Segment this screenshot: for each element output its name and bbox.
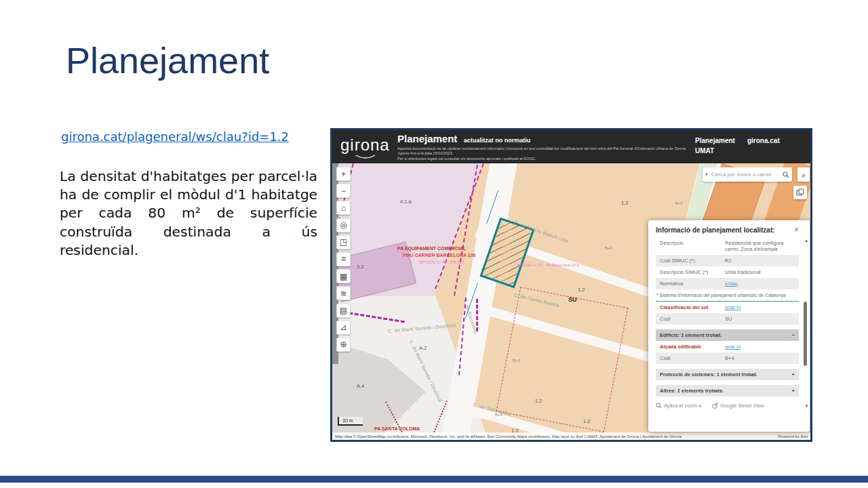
zone-label: 3.2 bbox=[357, 264, 363, 270]
pan-button[interactable]: ⊕ bbox=[336, 338, 351, 352]
print-icon: ▤ bbox=[340, 306, 347, 314]
panel-row-codi-simuc: Codi SIMUC (*) R2 bbox=[656, 255, 799, 266]
row-label: Descripció bbox=[660, 240, 725, 246]
double-chevron-icon: » bbox=[802, 171, 806, 179]
powered-by-esri: Powered by Esri bbox=[778, 434, 808, 439]
app-header: girona Planejament actualitzat no normat… bbox=[332, 130, 810, 163]
map-attribution: Map data © OpenStreetMap contributors, M… bbox=[332, 432, 810, 440]
collapse-icon[interactable]: − bbox=[792, 332, 795, 338]
search-dropdown-caret-icon[interactable]: ▾ bbox=[705, 171, 708, 178]
page-title: Planejament bbox=[66, 39, 269, 81]
panel-row-alcada-codi: Codi B+4 bbox=[656, 352, 799, 364]
nav-girona-cat[interactable]: girona.cat bbox=[747, 136, 780, 146]
nav-planejament[interactable]: Planejament bbox=[695, 136, 735, 146]
nav-umat[interactable]: UMAT bbox=[695, 147, 714, 155]
section-edificis[interactable]: Edificis: 1 element trobat. − bbox=[656, 329, 799, 341]
pmu-label: PMU CARRER BARCELONA 106 bbox=[403, 253, 475, 258]
expand-icon[interactable]: + bbox=[792, 371, 795, 378]
zone-label: 1.2 bbox=[535, 398, 542, 404]
normativa-link[interactable]: enllaç bbox=[725, 281, 795, 287]
basemap-gallery-button[interactable]: ▦ bbox=[336, 269, 351, 283]
mpgou-label: MPGOU n. 46 - PA 101 bbox=[419, 260, 465, 264]
header-disclaimer-line1: Aquesta documentació és de caràcter excl… bbox=[397, 146, 689, 157]
mpgou-label: MPGOU n. 17 - PA Desembre 103 bbox=[517, 263, 578, 267]
source-url-link[interactable]: girona.cat/plageneral/ws/clau?id=1.2 bbox=[61, 129, 289, 144]
measure-button[interactable]: ⊿ bbox=[336, 321, 351, 335]
fullscreen-button[interactable]: ◳ bbox=[336, 235, 351, 249]
planejament-app-screenshot: girona Planejament actualitzat no normat… bbox=[330, 128, 812, 442]
row-value: Residencial que configura carrer. Zona d… bbox=[725, 240, 795, 252]
pan-icon: ⊕ bbox=[340, 340, 347, 348]
girona-logo[interactable]: girona bbox=[332, 130, 397, 163]
zone-label-su: SU bbox=[568, 296, 577, 303]
slide-bottom-accent-bar bbox=[0, 476, 868, 483]
street-view-label: Google Street View bbox=[720, 403, 764, 409]
zone-label: 1.2 bbox=[578, 287, 585, 293]
row-label: Codi bbox=[660, 316, 725, 322]
print-button[interactable]: ▤ bbox=[336, 304, 351, 318]
section-title: Protecció de sistemes: 1 element trobat. bbox=[660, 371, 757, 378]
panel-footnote: * Sistema d'informació del planejament u… bbox=[656, 293, 799, 298]
search-expand-button[interactable]: » bbox=[797, 167, 810, 182]
header-nav: Planejament girona.cat UMAT bbox=[695, 130, 810, 156]
zone-label: 1.2 bbox=[621, 200, 628, 206]
anar-hi-link[interactable]: anar-hi bbox=[725, 304, 795, 310]
section-proteccio[interactable]: Protecció de sistemes: 1 element trobat.… bbox=[656, 369, 799, 380]
measure-icon: ⊿ bbox=[340, 323, 347, 331]
row-value: B+4 bbox=[725, 355, 795, 361]
map-canvas[interactable]: 4.1.a 3.2 A.2 A.4 SU 1.2 1.2 1.2 1.2 1.2… bbox=[332, 163, 810, 440]
zone-label: 4.1.a bbox=[400, 199, 412, 205]
row-label: Codi bbox=[660, 355, 725, 361]
zoom-in-button[interactable]: + bbox=[336, 167, 351, 181]
section-title: Altres: 2 elements trobats. bbox=[660, 388, 724, 394]
row-label: Descripció SIMUC (*) bbox=[660, 269, 725, 275]
zoom-to-icon bbox=[656, 403, 662, 409]
legend-button[interactable]: ≡ bbox=[336, 252, 351, 266]
row-value: Urbà tradicional bbox=[725, 269, 795, 275]
pa-label: PA EQUIPAMENT COMERCIAL bbox=[397, 246, 466, 251]
building-label: B+2 bbox=[605, 246, 612, 250]
panel-row-sol-codi: Codi SU bbox=[656, 313, 799, 325]
layers-button[interactable]: ≋ bbox=[336, 286, 351, 300]
building-label: B+2 bbox=[675, 201, 682, 205]
external-link-icon bbox=[712, 403, 718, 409]
layers-icon: ≋ bbox=[340, 289, 347, 298]
search-icon[interactable] bbox=[783, 171, 789, 178]
close-icon[interactable]: × bbox=[794, 226, 799, 233]
app-title: Planejament bbox=[397, 133, 457, 144]
legend-icon: ≡ bbox=[341, 255, 346, 263]
building-label: B+4 bbox=[513, 359, 519, 363]
search-input[interactable] bbox=[710, 171, 783, 178]
panel-scrollbar-thumb[interactable] bbox=[804, 302, 807, 366]
locate-button[interactable]: ◎ bbox=[336, 218, 351, 232]
zone-label: 1.2 bbox=[583, 418, 590, 424]
grid-icon: ▦ bbox=[340, 272, 347, 281]
fullscreen-icon: ◳ bbox=[340, 238, 347, 246]
street-view-action[interactable]: Google Street View bbox=[712, 403, 764, 409]
attribution-text: Map data © OpenStreetMap contributors, M… bbox=[335, 434, 682, 439]
boundary-dashed-magenta-5 bbox=[343, 311, 405, 323]
pa-santa-coloma-label: PA SANTA COLOMA bbox=[374, 426, 420, 431]
basemap-toggle-button[interactable] bbox=[793, 186, 807, 199]
body-paragraph: La densitat d'habitatges per parcel·la h… bbox=[60, 167, 317, 260]
girona-logo-text: girona bbox=[340, 136, 390, 155]
section-label: Classificació del sòl bbox=[660, 304, 725, 310]
zoom-out-button[interactable]: − bbox=[336, 184, 351, 198]
expand-icon[interactable]: + bbox=[792, 388, 795, 394]
row-label: Normativa bbox=[660, 281, 725, 287]
basemap-icon bbox=[796, 188, 804, 197]
section-label: Alçada edificable bbox=[660, 344, 725, 350]
header-title-block: Planejament actualitzat no normatiu Aque… bbox=[397, 130, 695, 161]
apply-zoom-label: Aplica el zoom a bbox=[664, 403, 701, 409]
scroll-down-icon[interactable]: ▾ bbox=[805, 403, 808, 409]
scroll-up-icon[interactable]: ▴ bbox=[805, 238, 808, 243]
info-panel: Informació de planejament localitzat: × … bbox=[648, 220, 810, 432]
anar-hi-link[interactable]: anar-hi bbox=[725, 344, 795, 350]
row-value: R2 bbox=[725, 258, 795, 264]
panel-row-normativa: Normativa enllaç bbox=[656, 278, 799, 289]
panel-row-descripcio: Descripció Residencial que configura car… bbox=[656, 237, 799, 255]
home-button[interactable]: ⌂ bbox=[336, 201, 351, 215]
section-altres[interactable]: Altres: 2 elements trobats. + bbox=[656, 385, 799, 396]
apply-zoom-action[interactable]: Aplica el zoom a bbox=[656, 403, 701, 409]
girona-logo-arc-icon bbox=[355, 155, 376, 160]
